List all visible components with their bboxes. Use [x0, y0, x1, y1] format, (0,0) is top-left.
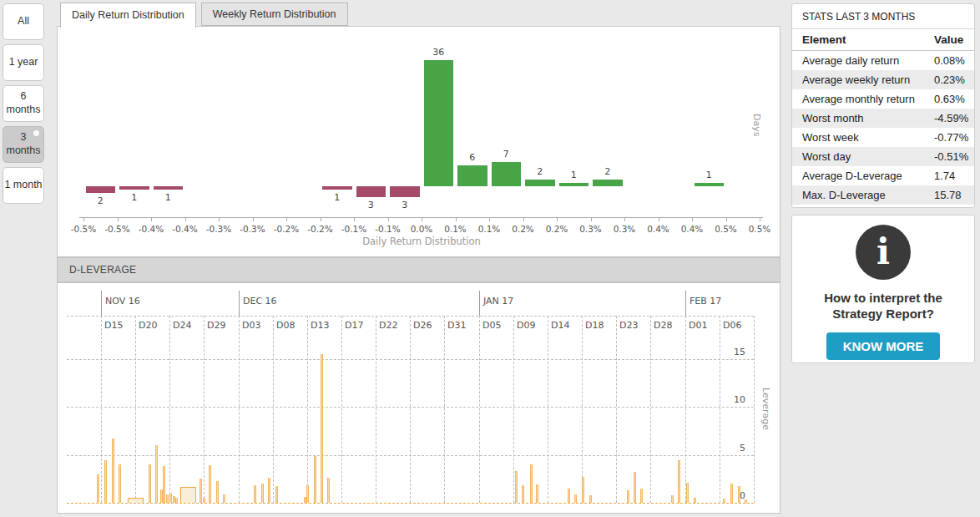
- info-heading: How to interpret the Strategy Report?: [824, 290, 942, 322]
- day-gridline: [685, 316, 686, 503]
- day-gridline: [376, 316, 376, 503]
- day-gridline: [273, 316, 274, 503]
- sidebar-item-1-month[interactable]: 1 month: [3, 167, 44, 204]
- selected-indicator-dot: [33, 130, 39, 136]
- stats-value: -4.59%: [924, 109, 974, 128]
- day-tick-label: D06: [723, 320, 741, 331]
- stats-value: -0.77%: [924, 128, 974, 147]
- leverage-bar: [671, 495, 674, 503]
- day-gridline: [341, 316, 342, 503]
- leverage-bar: [745, 499, 747, 503]
- day-gridline: [513, 316, 514, 503]
- stats-value: -0.51%: [924, 147, 974, 166]
- bar-count-label: 1: [116, 192, 153, 203]
- info-panel: i How to interpret the Strategy Report? …: [791, 215, 975, 363]
- stats-value: 0.08%: [924, 51, 974, 71]
- day-gridline: [616, 316, 617, 503]
- x-axis-tick: [286, 218, 287, 221]
- month-separator-line: [685, 291, 686, 316]
- leverage-bar: [678, 460, 680, 503]
- info-icon-glyph: i: [876, 235, 890, 270]
- sidebar-item-6-months[interactable]: 6 months: [3, 85, 44, 122]
- sidebar-item-all[interactable]: All: [3, 3, 44, 40]
- strategy-report-page: All1 year6 months3 months1 month Daily R…: [0, 0, 980, 517]
- x-axis-tick: [489, 218, 490, 221]
- histogram-bar-negative: [322, 186, 352, 190]
- histogram-bar-negative: [390, 186, 420, 197]
- day-gridline: [444, 316, 445, 503]
- stats-table: ElementValue Average daily return0.08%Av…: [792, 29, 974, 205]
- day-gridline: [307, 316, 308, 503]
- info-heading-line1: How to interpret the: [824, 290, 942, 306]
- x-axis-tick: [388, 218, 389, 221]
- stats-panel: STATS LAST 3 MONTHS ElementValue Average…: [791, 3, 975, 208]
- leverage-bar: [223, 494, 225, 503]
- day-tick-label: D24: [173, 320, 191, 331]
- sidebar-item-label: 1 month: [4, 179, 42, 192]
- leverage-tick-label: 5: [715, 443, 745, 454]
- leverage-bar: [169, 494, 172, 504]
- month-separator-line: [479, 291, 480, 316]
- leverage-bar: [568, 489, 570, 503]
- leverage-bar: [112, 438, 114, 503]
- day-gridline: [410, 316, 411, 503]
- leverage-bar: [530, 464, 533, 503]
- day-tick-label: D20: [139, 320, 157, 331]
- leverage-bar: [149, 464, 151, 503]
- table-row: Worst day-0.51%: [792, 147, 974, 166]
- stats-value: 1.74: [924, 166, 974, 185]
- leverage-bar: [640, 489, 643, 503]
- day-tick-label: D03: [242, 320, 260, 331]
- leverage-bar: [536, 484, 538, 503]
- day-tick-label: D23: [619, 320, 638, 331]
- day-tick-label: D08: [276, 320, 295, 331]
- x-axis-tick: [591, 218, 592, 221]
- histogram-bar-negative: [356, 186, 386, 197]
- y-axis-title: Leverage: [760, 388, 771, 430]
- leverage-bar: [254, 485, 256, 503]
- leverage-bar: [203, 498, 205, 503]
- tab-weekly-return-distribution[interactable]: Weekly Return Distribution: [201, 3, 348, 26]
- leverage-bar: [216, 481, 219, 503]
- leverage-bar: [275, 486, 278, 503]
- bar-count-label: 1: [150, 192, 187, 203]
- histogram-bar-positive: [593, 180, 623, 186]
- sidebar-item-label: 6 months: [3, 90, 43, 116]
- stats-element: Worst day: [792, 147, 924, 166]
- month-label: DEC 16: [243, 296, 277, 307]
- know-more-button[interactable]: KNOW MORE: [826, 332, 941, 360]
- leverage-bar: [574, 494, 577, 503]
- leverage-bar: [306, 485, 309, 503]
- leverage-bar: [582, 477, 584, 503]
- leverage-gridline: [67, 407, 754, 408]
- month-label: JAN 17: [483, 296, 513, 307]
- month-separator-line: [101, 291, 102, 316]
- x-axis-tick: [219, 218, 220, 221]
- leverage-tick-label: 10: [715, 394, 745, 405]
- bar-count-label: 2: [589, 166, 626, 177]
- daily-return-chart: -0.5%-0.5%-0.4%-0.4%-0.3%-0.3%-0.2%-0.2%…: [58, 27, 780, 256]
- leverage-bar: [634, 472, 636, 503]
- x-axis-tick-label: 0.5%: [740, 224, 780, 234]
- table-row: Average weekly return0.23%: [792, 70, 974, 89]
- stats-element: Worst week: [792, 128, 924, 147]
- x-axis-tick: [253, 218, 254, 221]
- leverage-bar: [327, 478, 330, 503]
- histogram-bar-positive: [525, 180, 555, 186]
- d-leverage-chart: NOV 16DEC 16JAN 17FEB 17D15D20D24D29D03D…: [58, 283, 780, 513]
- table-row: Average daily return0.08%: [792, 51, 974, 71]
- x-axis-tick: [659, 218, 659, 221]
- leverage-bar: [209, 465, 211, 503]
- tab-daily-return-distribution[interactable]: Daily Return Distribution: [60, 3, 196, 28]
- d-leverage-section-header: D-LEVERAGE: [57, 257, 780, 282]
- x-axis-tick: [726, 218, 727, 221]
- stats-element: Average daily return: [792, 51, 924, 71]
- histogram-bar-positive: [424, 60, 454, 186]
- sidebar-item-3-months[interactable]: 3 months: [3, 126, 44, 163]
- day-gridline: [548, 316, 548, 503]
- leverage-bar: [175, 498, 178, 503]
- sidebar-item-1-year[interactable]: 1 year: [3, 44, 44, 81]
- leverage-tick-label: 15: [715, 347, 745, 357]
- x-axis-tick: [760, 218, 760, 221]
- histogram-bar-positive: [457, 165, 487, 186]
